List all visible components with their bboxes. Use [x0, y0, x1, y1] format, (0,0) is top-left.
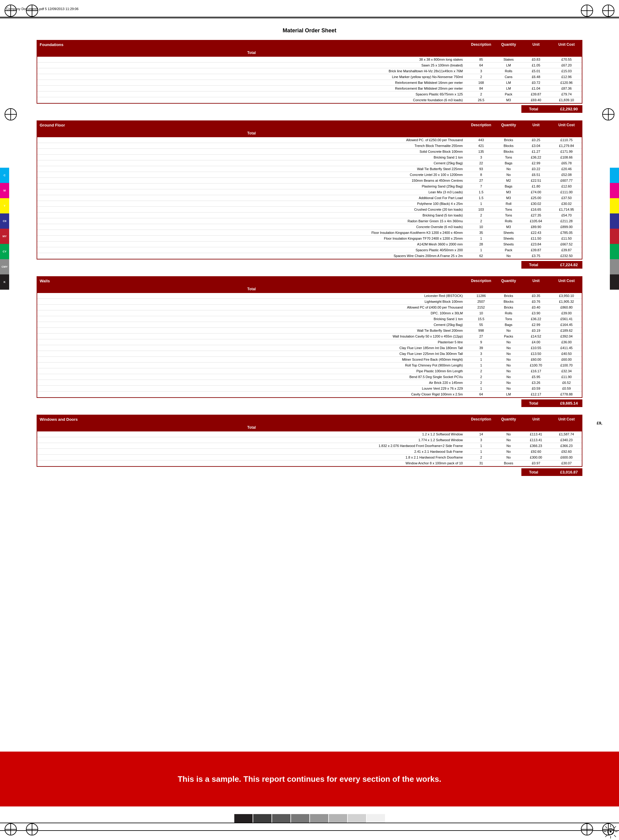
cell-2-0-1: 11286	[466, 293, 496, 298]
cell-1-15-4: £899.00	[551, 224, 582, 230]
cell-2-5-3: £2.99	[521, 322, 551, 327]
data-row-1-0: Allowed PC. of £250.00 per Thousand443Br…	[37, 137, 582, 143]
cell-1-6-2: No	[496, 172, 521, 178]
cell-1-16-1: 35	[466, 230, 496, 236]
cell-0-6-1: 2	[466, 91, 496, 97]
cell-desc-1-12: Crushed Concrete (20 ton loads)	[37, 207, 466, 212]
cell-desc-0-0: 38 x 38 x 800mm long stakes	[37, 57, 466, 62]
cell-2-0-3: £0.35	[521, 293, 551, 298]
main-content: Material Order Sheet FoundationsDescript…	[37, 24, 582, 779]
cell-0-4-3: £0.72	[521, 80, 551, 85]
data-row-1-7: 150mm Beams at 450mm Centres27M2£22.51£6…	[37, 178, 582, 184]
data-row-2-12: Roll Top Chimney Pot (900mm Length)1No£1…	[37, 363, 582, 369]
cell-desc-1-14: Radon Barrier Green 15 x 4m 360mu	[37, 218, 466, 224]
cell-desc-1-10: Additional Cost For Part Load	[37, 195, 466, 201]
cell-3-1-4: £340.23	[551, 437, 582, 443]
data-row-1-18: A142M Mesh 3600 x 2000 mm28Sheets£23.84£…	[37, 242, 582, 247]
cell-0-3-1: 2	[466, 74, 496, 79]
cell-1-5-2: No	[496, 166, 521, 172]
data-row-2-3: DPC. 100mm x 30LM10Rolls£3.90£39.00	[37, 310, 582, 316]
cell-3-3-4: £92.60	[551, 449, 582, 454]
cell-1-13-1: 2	[466, 212, 496, 218]
cell-1-16-3: £22.43	[521, 230, 551, 236]
cell-1-3-2: Tons	[496, 155, 521, 160]
cell-0-2-3: £5.01	[521, 68, 551, 74]
total-bar-2: Total£9,685.14	[37, 400, 582, 407]
cell-3-5-1: 31	[466, 460, 496, 466]
data-row-3-4: 1.8 x 2.1 Hardwood French Doorframe2No£3…	[37, 455, 582, 460]
cell-desc-1-11: Polythene 100 (Black) 4 x 25m	[37, 201, 466, 206]
cell-0-1-3: £1.05	[521, 63, 551, 68]
cell-1-14-3: £105.64	[521, 218, 551, 224]
cell-1-6-4: £52.08	[551, 172, 582, 178]
col-header-1-5: Total	[37, 129, 466, 137]
cell-desc-1-17: Floor Insulation Kingspan TF70 2400 x 12…	[37, 236, 466, 241]
cell-0-6-4: £79.74	[551, 91, 582, 97]
cell-2-4-3: £36.22	[521, 316, 551, 322]
swatch-left-my: MY	[0, 229, 9, 244]
bottom-chip-7	[367, 814, 385, 823]
swatch-right-0	[610, 168, 619, 183]
cell-1-7-2: M2	[496, 178, 521, 183]
cell-1-17-4: £11.50	[551, 236, 582, 241]
cell-0-1-2: LM	[496, 63, 521, 68]
bottom-chip-5	[329, 814, 347, 823]
data-row-1-17: Floor Insulation Kingspan TF70 2400 x 12…	[37, 236, 582, 242]
cell-0-7-1: 26.5	[466, 97, 496, 103]
cell-1-2-2: Blocks	[496, 149, 521, 154]
cell-1-18-2: Sheets	[496, 242, 521, 247]
cell-1-4-3: £2.99	[521, 160, 551, 166]
cell-desc-1-2: Solid Concrete Block 100mm	[37, 149, 466, 154]
data-row-0-1: Sawn 25 x 100mm (treated)64LM£1.05£67.20	[37, 63, 582, 68]
cell-2-1-1: 2507	[466, 299, 496, 304]
col-header-3-2: Quantity	[496, 415, 521, 424]
cell-1-11-3: £30.02	[521, 201, 551, 206]
cell-desc-0-6: Spacers Plastic 65/75mm x 125	[37, 91, 466, 97]
data-row-0-4: Reinforcement Bar Mildsteel 16mm per met…	[37, 80, 582, 86]
cell-1-9-2: M3	[496, 189, 521, 195]
cell-desc-1-3: Bricking Sand 1 ton	[37, 155, 466, 160]
cell-2-9-4: £411.45	[551, 345, 582, 351]
cell-desc-1-13: Bricking Sand (5 ton loads)	[37, 212, 466, 218]
data-row-1-14: Radon Barrier Green 15 x 4m 360mu2Rolls£…	[37, 218, 582, 224]
cell-1-12-1: 103	[466, 207, 496, 212]
cell-2-11-2: No	[496, 357, 521, 362]
swatch-right-4	[610, 229, 619, 244]
cell-1-0-4: £110.75	[551, 137, 582, 143]
cell-2-17-2: LM	[496, 391, 521, 397]
cell-1-12-3: £16.65	[521, 207, 551, 212]
swatch-right-5	[610, 244, 619, 259]
cell-3-5-3: £0.97	[521, 460, 551, 466]
cell-1-7-1: 27	[466, 178, 496, 183]
col-header-1-2: Quantity	[496, 121, 521, 129]
cell-2-8-2: No	[496, 339, 521, 345]
cell-1-5-1: 93	[466, 166, 496, 172]
cell-1-20-3: £3.75	[521, 253, 551, 258]
cell-desc-3-3: 2.41 x 2.1 Hardwood Sub Frame	[37, 449, 466, 454]
col-header-2-5: Total	[37, 285, 466, 293]
cell-1-19-3: £39.87	[521, 247, 551, 253]
cell-desc-0-1: Sawn 25 x 100mm (treated)	[37, 63, 466, 68]
swatch-right-3	[610, 213, 619, 229]
svg-line-6	[605, 826, 607, 828]
cell-desc-2-16: Louvre Vent 229 x 76 x 229	[37, 386, 466, 391]
cell-0-5-1: 84	[466, 86, 496, 91]
cell-0-0-1: 85	[466, 57, 496, 62]
col-header-3-4: Unit Cost	[551, 415, 582, 424]
cell-1-13-4: £54.70	[551, 212, 582, 218]
data-row-3-2: 1.832 x 2.076 Hardwood Front Doorframe+2…	[37, 443, 582, 449]
cell-1-2-4: £171.99	[551, 149, 582, 154]
total-value-3: £3,016.87	[546, 468, 582, 476]
swatch-left-m: M	[0, 183, 9, 198]
cell-1-8-2: Bags	[496, 184, 521, 189]
data-row-1-8: Plastering Sand (25kg Bag)7Bags£1.80£12.…	[37, 184, 582, 189]
cell-2-3-2: Rolls	[496, 310, 521, 316]
data-row-1-20: Spacers Wire Chairs 200mm A Frame 25 x 2…	[37, 253, 582, 259]
data-row-2-2: Allowed PC of £400.00 per Thousand2152Br…	[37, 304, 582, 310]
cell-2-2-1: 2152	[466, 304, 496, 310]
cell-0-3-3: £6.48	[521, 74, 551, 79]
cell-desc-3-0: 1.2 x 1.2 Softwood Window	[37, 431, 466, 437]
reg-mark-bl2	[24, 822, 40, 837]
cell-desc-0-5: Reinforcement Bar Mildsteel 20mm per met…	[37, 86, 466, 91]
col-header-1-0: Ground Floor	[37, 121, 466, 129]
